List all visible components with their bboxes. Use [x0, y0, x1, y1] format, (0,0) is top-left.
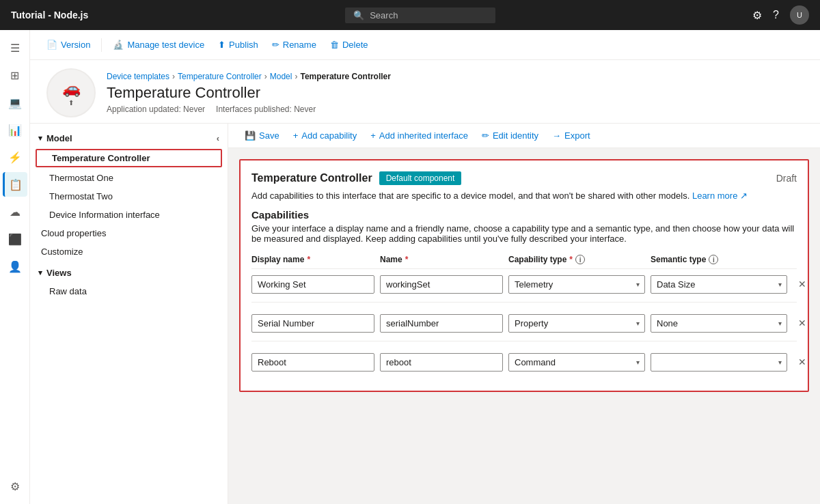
- views-section-header[interactable]: ▾ Views: [30, 264, 228, 282]
- app-title: Tutorial - Node.js: [11, 10, 88, 20]
- interface-title-row: Temperature Controller Default component: [251, 171, 461, 185]
- name-header: Name *: [380, 255, 503, 264]
- device-icon-symbol: 🚗: [62, 80, 81, 98]
- rail-hamburger[interactable]: ☰: [3, 36, 27, 60]
- display-name-input-3[interactable]: [251, 353, 374, 372]
- add-capability-icon: +: [293, 130, 299, 141]
- rail-settings[interactable]: ⚙: [3, 474, 27, 499]
- sidebar-item-thermostat-one[interactable]: Thermostat One: [30, 169, 228, 187]
- add-inherited-interface-button[interactable]: + Add inherited interface: [365, 128, 474, 143]
- rename-icon: ✏: [272, 40, 279, 50]
- delete-button[interactable]: 🗑 Delete: [325, 37, 374, 53]
- capability-type-header: Capability type * i: [508, 255, 645, 264]
- breadcrumb-model[interactable]: Model: [270, 72, 292, 81]
- rail-devices[interactable]: 💻: [3, 90, 27, 115]
- rail-analytics[interactable]: 📊: [3, 117, 27, 142]
- avatar[interactable]: U: [790, 5, 809, 25]
- capability-type-info-icon[interactable]: i: [575, 255, 585, 264]
- search-placeholder: Search: [370, 10, 398, 20]
- semantic-type-wrapper-3: None ▾: [651, 353, 787, 372]
- application-updated: Application updated: Never: [107, 104, 205, 114]
- display-name-input-2[interactable]: [251, 314, 374, 333]
- icon-rail: ☰ ⊞ 💻 📊 ⚡ 📋 ☁ ⬛ 👤 ⚙: [0, 30, 30, 504]
- capabilities-section: Capabilities Give your interface a displ…: [251, 209, 797, 372]
- search-bar[interactable]: 🔍 Search: [345, 8, 495, 23]
- trash-icon: 🗑: [330, 40, 339, 50]
- semantic-type-header: Semantic type i: [651, 255, 787, 264]
- publish-button[interactable]: ⬆ Publish: [213, 37, 264, 53]
- sidebar-item-customize[interactable]: Customize: [30, 242, 228, 261]
- display-name-input-1[interactable]: [251, 275, 374, 294]
- draft-status: Draft: [776, 173, 797, 184]
- capabilities-title: Capabilities: [251, 209, 797, 221]
- capabilities-description: Give your interface a display name and a…: [251, 223, 797, 244]
- sidebar-item-raw-data[interactable]: Raw data: [30, 282, 228, 300]
- sidebar: ▾ Model ‹ Temperature Controller Thermos…: [30, 124, 228, 504]
- help-icon[interactable]: ?: [773, 9, 779, 21]
- semantic-type-select-1[interactable]: Data Size None: [651, 275, 787, 294]
- default-component-badge: Default component: [379, 171, 462, 185]
- model-section-header[interactable]: ▾ Model ‹: [30, 129, 228, 148]
- capability-type-select-1[interactable]: Telemetry Property Command: [508, 275, 645, 294]
- delete-row-2-button[interactable]: ✕: [793, 313, 812, 333]
- export-button[interactable]: → Export: [547, 128, 596, 143]
- rail-jobs[interactable]: ☁: [3, 199, 27, 224]
- manage-icon: 🔬: [113, 40, 124, 50]
- rename-button[interactable]: ✏ Rename: [266, 37, 322, 53]
- rail-rules[interactable]: ⚡: [3, 145, 27, 169]
- editor-area: Temperature Controller Default component…: [228, 148, 820, 504]
- name-input-1[interactable]: [380, 275, 503, 294]
- document-icon: 📄: [46, 40, 57, 50]
- semantic-type-select-2[interactable]: None Data Size: [651, 314, 787, 333]
- export-icon: →: [552, 130, 561, 141]
- edit-identity-button[interactable]: ✏ Edit identity: [476, 128, 544, 143]
- add-capability-button[interactable]: + Add capability: [288, 128, 363, 143]
- interface-title: Temperature Controller: [251, 172, 372, 184]
- capability-type-select-2[interactable]: Telemetry Property Command: [508, 314, 645, 333]
- toolbar-separator: [101, 38, 102, 52]
- manage-test-device-button[interactable]: 🔬 Manage test device: [107, 37, 210, 53]
- collapse-icon[interactable]: ‹: [217, 133, 219, 143]
- breadcrumb-sep3: ›: [295, 72, 297, 81]
- breadcrumb-device-templates[interactable]: Device templates: [107, 72, 169, 81]
- model-section-row: ▾ Model ‹: [30, 129, 228, 148]
- save-icon: 💾: [245, 130, 256, 141]
- save-button[interactable]: 💾 Save: [239, 128, 285, 143]
- version-button[interactable]: 📄 Version: [41, 37, 96, 53]
- delete-row-3-button[interactable]: ✕: [793, 352, 812, 372]
- name-required: *: [405, 255, 409, 264]
- semantic-type-wrapper-2: None Data Size ▾: [651, 314, 787, 333]
- sidebar-item-temperature-controller[interactable]: Temperature Controller: [36, 149, 222, 167]
- views-chevron-icon: ▾: [38, 268, 42, 277]
- app-layout: ☰ ⊞ 💻 📊 ⚡ 📋 ☁ ⬛ 👤 ⚙ 📄 Version 🔬 Manage t…: [0, 30, 820, 504]
- cap-divider-2: [251, 341, 797, 341]
- rail-data-export[interactable]: ⬛: [3, 227, 27, 251]
- page-header: 🚗 ⬆ Device templates › Temperature Contr…: [30, 60, 820, 124]
- rail-persons[interactable]: 👤: [3, 254, 27, 279]
- semantic-type-select-3[interactable]: None: [651, 353, 787, 372]
- capabilities-header: Display name * Name * Capability type *: [251, 255, 797, 269]
- sidebar-item-cloud-properties[interactable]: Cloud properties: [30, 224, 228, 242]
- delete-row-1-button[interactable]: ✕: [793, 275, 812, 294]
- name-input-2[interactable]: [380, 314, 503, 333]
- views-section-label: Views: [46, 268, 219, 278]
- model-section-label: Model: [46, 133, 217, 143]
- breadcrumb-current: Temperature Controller: [300, 72, 390, 81]
- display-name-required: *: [307, 255, 310, 264]
- rail-templates[interactable]: 📋: [3, 172, 27, 197]
- breadcrumb-temperature-controller[interactable]: Temperature Controller: [178, 72, 262, 81]
- capability-type-select-3[interactable]: Telemetry Property Command: [508, 353, 645, 372]
- name-input-3[interactable]: [380, 353, 503, 372]
- sidebar-item-device-information[interactable]: Device Information interface: [30, 206, 228, 224]
- rail-dashboard[interactable]: ⊞: [3, 63, 27, 87]
- gear-icon[interactable]: ⚙: [752, 9, 762, 22]
- semantic-type-info-icon[interactable]: i: [709, 255, 718, 264]
- sidebar-item-thermostat-two[interactable]: Thermostat Two: [30, 187, 228, 206]
- breadcrumb-sep2: ›: [264, 72, 267, 81]
- topbar: Tutorial - Node.js 🔍 Search ⚙ ? U: [0, 0, 820, 30]
- content-body: ▾ Model ‹ Temperature Controller Thermos…: [30, 124, 820, 504]
- publish-icon: ⬆: [218, 40, 226, 50]
- learn-more-link[interactable]: Learn more ↗: [692, 191, 748, 201]
- device-icon-sub: ⬆: [68, 99, 74, 107]
- main-content: 📄 Version 🔬 Manage test device ⬆ Publish…: [30, 30, 820, 504]
